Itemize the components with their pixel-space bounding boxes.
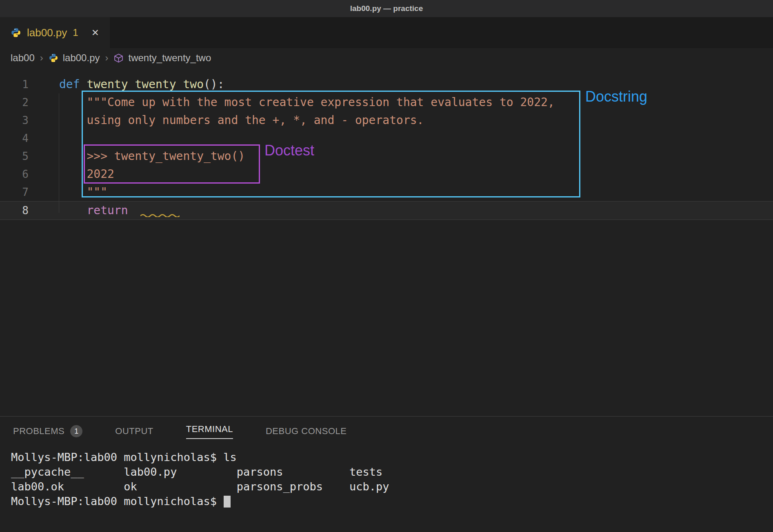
close-icon[interactable]: ✕ [91,27,99,38]
terminal-prompt-line: Mollys-MBP:lab00 mollynicholas$ [11,494,773,509]
code-line-7[interactable]: 7 """ [0,183,773,201]
breadcrumb-folder[interactable]: lab00 [11,52,35,64]
vscode-window: lab00.py — practice lab00.py 1 ✕ lab00 › [0,0,773,532]
bottom-panel: PROBLEMS 1 OUTPUT TERMINAL DEBUG CONSOLE… [0,416,773,532]
code-token: def [59,78,80,91]
code-token: (): [204,78,224,91]
line-number[interactable]: 5 [0,147,29,165]
code-line-4[interactable]: 4 [0,129,773,147]
code-token: >>> twenty_twenty_two() [87,149,245,163]
code-token [59,167,87,181]
line-number[interactable]: 1 [0,75,29,93]
code-token [59,113,87,127]
breadcrumb-file[interactable]: lab00.py [63,52,100,64]
tab-problem-count: 1 [73,27,78,38]
indent-guide [59,93,59,213]
code-text: 2022 [59,165,114,183]
tab-lab00py[interactable]: lab00.py 1 ✕ [0,17,110,48]
python-icon [49,53,58,63]
code-token [59,204,87,217]
tab-problems-label: PROBLEMS [13,426,64,437]
tab-debug-console-label: DEBUG CONSOLE [266,426,347,437]
code-token [80,78,87,91]
code-text: """ [59,183,107,201]
chevron-right-icon: › [105,52,108,64]
terminal-line: lab00.ok ok parsons_probs ucb.py [11,479,773,494]
warning-squiggle [140,204,180,222]
tab-terminal[interactable]: TERMINAL [186,417,233,446]
problems-count-badge: 1 [70,425,82,437]
code-token [59,95,87,109]
code-editor[interactable]: 1def twenty_twenty_two():2 """Come up wi… [0,68,773,416]
code-token: 2022 [87,167,114,181]
terminal[interactable]: Mollys-MBP:lab00 mollynicholas$ ls __pyc… [0,446,773,509]
tab-debug-console[interactable]: DEBUG CONSOLE [266,417,347,446]
code-token: using only numbers and the +, *, and - o… [87,113,424,127]
window-title: lab00.py — practice [350,4,423,13]
tab-filename: lab00.py [27,27,67,39]
terminal-cursor [224,496,231,508]
code-line-2[interactable]: 2 """Come up with the most creative expr… [0,93,773,111]
code-text: using only numbers and the +, *, and - o… [59,111,424,129]
breadcrumb: lab00 › lab00.py › twenty_twenty_two [0,48,773,68]
terminal-line: __pycache__ lab00.py parsons tests [11,465,773,479]
tab-problems[interactable]: PROBLEMS 1 [13,417,82,446]
line-number[interactable]: 7 [0,183,29,201]
docstring-annotation-label: Docstring [585,88,647,105]
tab-bar: lab00.py 1 ✕ [0,17,773,48]
code-token: twenty_twenty_two [87,78,204,91]
code-line-5[interactable]: 5 >>> twenty_twenty_two() [0,147,773,165]
doctest-annotation-label: Doctest [264,142,314,159]
code-token [59,149,87,163]
line-number[interactable]: 8 [0,202,29,219]
chevron-right-icon: › [40,52,43,64]
code-line-3[interactable]: 3 using only numbers and the +, *, and -… [0,111,773,129]
panel-tab-bar: PROBLEMS 1 OUTPUT TERMINAL DEBUG CONSOLE [0,417,773,446]
symbol-cube-icon [113,53,124,63]
code-text: >>> twenty_twenty_two() [59,147,245,165]
code-text: return [59,202,180,219]
line-number[interactable]: 6 [0,165,29,183]
line-number[interactable]: 3 [0,111,29,129]
code-line-1[interactable]: 1def twenty_twenty_two(): [0,75,773,93]
breadcrumb-symbol[interactable]: twenty_twenty_two [128,52,211,64]
line-number[interactable]: 2 [0,93,29,111]
tab-terminal-label: TERMINAL [186,424,233,439]
code-text: def twenty_twenty_two(): [59,75,224,93]
titlebar: lab00.py — practice [0,0,773,17]
code-token: return [87,204,128,217]
code-line-6[interactable]: 6 2022 [0,165,773,183]
code-token: """ [87,185,107,199]
tab-output-label: OUTPUT [115,426,153,437]
tab-output[interactable]: OUTPUT [115,417,153,446]
terminal-prompt: Mollys-MBP:lab00 mollynicholas$ [11,495,223,508]
code-lines: 1def twenty_twenty_two():2 """Come up wi… [0,75,773,220]
line-number[interactable]: 4 [0,129,29,147]
code-text: """Come up with the most creative expres… [59,93,555,111]
code-line-8[interactable]: 8 return [0,201,773,220]
code-token [59,185,87,199]
python-icon [11,27,21,38]
terminal-line: Mollys-MBP:lab00 mollynicholas$ ls [11,450,773,465]
code-token: """Come up with the most creative expres… [87,95,554,109]
